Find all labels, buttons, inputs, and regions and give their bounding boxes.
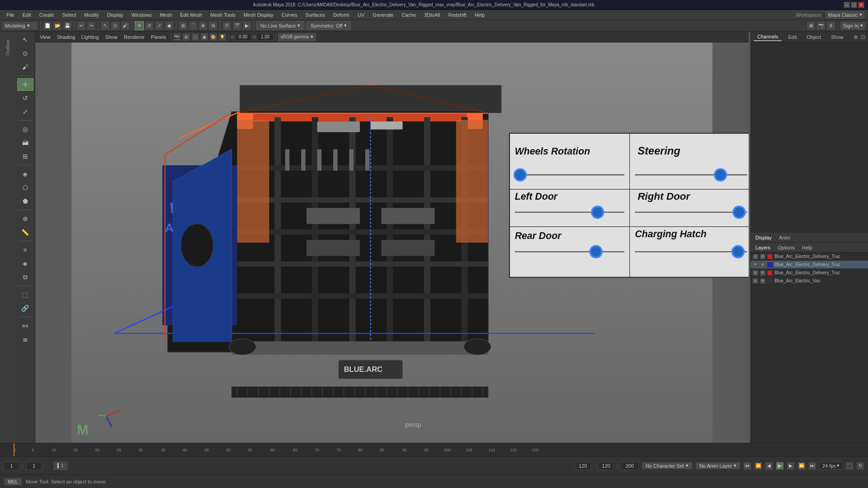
new-scene-btn[interactable]: 📄	[43, 21, 52, 30]
layer-p-1[interactable]: P	[760, 254, 765, 259]
display-tab[interactable]: Display	[754, 234, 774, 241]
help-tab[interactable]: Help	[800, 244, 814, 251]
close-btn[interactable]: ✕	[858, 2, 864, 8]
menu-edit-mesh[interactable]: Edit Mesh	[176, 11, 206, 19]
current-frame-input[interactable]	[4, 462, 19, 470]
next-key-btn[interactable]: ⏩	[797, 462, 806, 470]
undo-btn[interactable]: ↩	[77, 21, 86, 30]
vp-texture-btn[interactable]: 🎨	[209, 33, 217, 41]
layer-v-1[interactable]: V	[753, 254, 758, 259]
menu-windows[interactable]: Windows	[128, 11, 156, 19]
rotate-btn[interactable]: ↺	[145, 21, 154, 30]
options-tab[interactable]: Options	[776, 244, 797, 251]
save-btn[interactable]: 💾	[63, 21, 72, 30]
menu-curves[interactable]: Curves	[278, 11, 301, 19]
layer-item-4[interactable]: V P Blue_Arc_Electric_Van	[751, 277, 868, 285]
layer-p-2[interactable]: R	[760, 262, 765, 267]
menu-create[interactable]: Create	[36, 11, 58, 19]
vp-grid-btn[interactable]: ⊞	[182, 33, 190, 41]
redo-btn[interactable]: ↪	[87, 21, 96, 30]
tool-grid-icons[interactable]: ⊞⊞	[17, 319, 33, 332]
menu-mesh-display[interactable]: Mesh Display	[240, 11, 277, 19]
go-to-start-btn[interactable]: ⏮	[743, 462, 751, 470]
tool-snap-together[interactable]: ⊕	[17, 212, 33, 225]
tool-select[interactable]: ↖	[17, 33, 33, 46]
paint-select-btn[interactable]: 🖌	[121, 21, 130, 30]
tool-layers[interactable]: ≡	[17, 244, 33, 256]
mel-indicator[interactable]: MEL	[4, 478, 22, 486]
tool-sculpt[interactable]: 🏔	[17, 136, 33, 149]
menu-cache[interactable]: Cache	[398, 11, 420, 19]
object-tab[interactable]: Object	[803, 33, 825, 41]
range-end-input[interactable]	[575, 462, 591, 470]
no-character-set-dropdown[interactable]: No Character Set ▾	[642, 462, 693, 469]
fps-dropdown[interactable]: 24 fps ▾	[819, 462, 843, 469]
layer-v-3[interactable]: V	[753, 270, 758, 276]
maximize-btn[interactable]: □	[851, 2, 857, 8]
loop-btn[interactable]: ↻	[856, 462, 864, 470]
minimize-btn[interactable]: ─	[844, 2, 850, 8]
menu-mesh-tools[interactable]: Mesh Tools	[207, 11, 239, 19]
tool-uv[interactable]: ⧉	[17, 271, 33, 283]
offset-y-input[interactable]	[257, 33, 274, 41]
snap-grid-btn[interactable]: ⊞	[179, 21, 188, 30]
auto-key-btn[interactable]: ⚫	[845, 462, 854, 470]
workspace-dropdown[interactable]: Maya Classic ▾	[825, 10, 865, 19]
menu-modify[interactable]: Modify	[80, 11, 102, 19]
tool-constraints[interactable]: 🔗	[17, 302, 33, 314]
tool-anim-tools[interactable]: ≣	[17, 333, 33, 346]
max-frame-input[interactable]	[621, 462, 639, 470]
vp-menu-renderer[interactable]: Renderer	[121, 33, 147, 41]
vp-smooth-btn[interactable]: ◉	[200, 33, 208, 41]
history-btn[interactable]: ⏱	[222, 21, 231, 30]
anim-tab[interactable]: Anim	[777, 234, 792, 241]
menu-edit[interactable]: Edit	[19, 11, 35, 19]
channels-tab[interactable]: Channels	[754, 33, 782, 41]
tool-rotate[interactable]: ↺	[17, 92, 33, 104]
open-btn[interactable]: 📂	[53, 21, 62, 30]
play-btn[interactable]: ▶	[776, 462, 784, 470]
menu-surfaces[interactable]: Surfaces	[302, 11, 329, 19]
next-frame-btn[interactable]: ▶	[787, 462, 795, 470]
universal-manip-btn[interactable]: ◉	[165, 21, 174, 30]
viewport-3d[interactable]: BLUE ARC	[35, 42, 749, 443]
layer-v-2[interactable]: P	[753, 262, 758, 267]
vp-menu-view[interactable]: View	[37, 33, 53, 41]
go-to-end-btn[interactable]: ⏭	[808, 462, 816, 470]
start-frame-input[interactable]	[26, 462, 42, 470]
layer-item-3[interactable]: V P Blue_Arc_Electric_Delivery_Truc	[751, 269, 868, 277]
select-btn[interactable]: ↖	[101, 21, 110, 30]
menu-uv[interactable]: UV	[354, 11, 368, 19]
tool-hypershade[interactable]: ◈	[17, 257, 33, 270]
prev-frame-btn[interactable]: ◀	[765, 462, 773, 470]
layers-tab[interactable]: Layers	[754, 244, 772, 251]
layer-item-2[interactable]: P R Blue_Arc_Electric_Delivery_Truc	[751, 261, 868, 269]
ipr-btn[interactable]: ▶	[242, 21, 251, 30]
snap-point-btn[interactable]: ⊕	[198, 21, 208, 30]
layer-p-4[interactable]: P	[760, 278, 765, 284]
scale-btn[interactable]: ⤢	[155, 21, 164, 30]
snap-surface-btn[interactable]: ⧉	[208, 21, 217, 30]
menu-3dtoall[interactable]: 3DtoAll	[420, 11, 443, 19]
tool-measure[interactable]: 📏	[17, 226, 33, 239]
symmetry-dropdown[interactable]: Symmetry: Off ▾	[307, 21, 351, 30]
timeline[interactable]: 0 5 10 15 20 25 30 35 40 45 50 55 60 65 …	[0, 443, 868, 456]
no-live-surface-dropdown[interactable]: No Live Surface ▾	[256, 21, 304, 30]
menu-redshift[interactable]: Redshift	[444, 11, 470, 19]
tool-soft-mod[interactable]: ◎	[17, 123, 33, 136]
menu-select[interactable]: Select	[59, 11, 80, 19]
vp-menu-lighting[interactable]: Lighting	[79, 33, 102, 41]
prev-key-btn[interactable]: ⏪	[754, 462, 762, 470]
tool-component3[interactable]: ⬟	[17, 195, 33, 207]
vp-menu-show[interactable]: Show	[103, 33, 121, 41]
tool-component1[interactable]: ◈	[17, 168, 33, 180]
cam-btn[interactable]: 📷	[816, 21, 826, 30]
no-anim-layer-dropdown[interactable]: No Anim Layer ▾	[695, 462, 741, 469]
end-frame-input[interactable]	[598, 462, 614, 470]
lasso-btn[interactable]: ⊙	[111, 21, 120, 30]
vp-menu-panels[interactable]: Panels	[148, 33, 169, 41]
show-tab[interactable]: Show	[827, 33, 847, 41]
menu-display[interactable]: Display	[104, 11, 127, 19]
render-view-btn[interactable]: 🖥	[807, 21, 816, 30]
tool-rigging[interactable]: ⬚	[17, 288, 33, 301]
